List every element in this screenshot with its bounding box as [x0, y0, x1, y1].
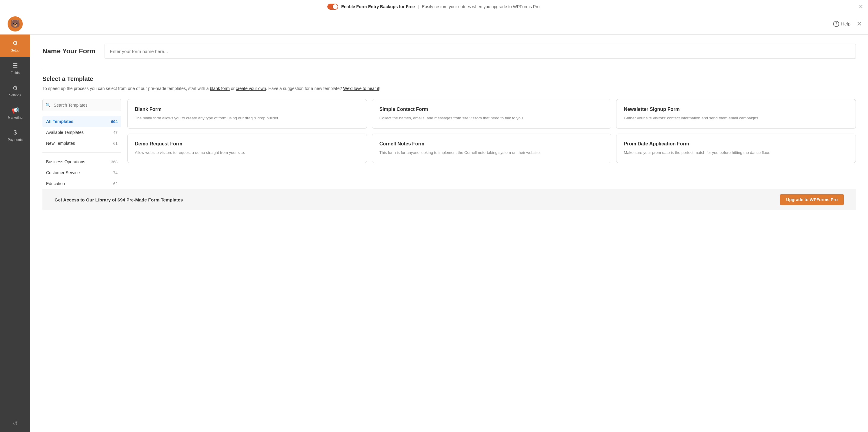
form-name-input[interactable]: [104, 44, 856, 59]
select-template-title: Select a Template: [42, 75, 856, 82]
sidebar-item-payments[interactable]: $ Payments: [0, 124, 30, 146]
template-card-title: Blank Form: [135, 107, 360, 112]
content-area: Name Your Form Select a Template To spee…: [30, 35, 868, 432]
template-card-desc: The blank form allows you to create any …: [135, 115, 360, 121]
sidebar-settings-label: Settings: [9, 93, 21, 97]
template-card-title: Newsletter Signup Form: [624, 107, 848, 112]
upgrade-button[interactable]: Upgrade to WPForms Pro: [780, 194, 844, 205]
category-customer-count: 74: [113, 171, 118, 175]
category-new-count: 61: [113, 141, 118, 146]
bottom-banner-text: Get Access to Our Library of 694 Pre-Mad…: [55, 197, 183, 202]
sidebar-item-fields[interactable]: ☰ Fields: [0, 57, 30, 79]
fields-icon: ☰: [12, 62, 18, 69]
form-name-label: Name Your Form: [42, 47, 95, 55]
help-label: Help: [841, 21, 850, 26]
template-card-blank-form[interactable]: Blank Form The blank form allows you to …: [127, 99, 367, 129]
settings-icon: ⚙: [12, 84, 18, 92]
template-card-title: Cornell Notes Form: [379, 141, 604, 146]
category-education[interactable]: Education 62: [42, 178, 121, 189]
sidebar-payments-label: Payments: [8, 138, 23, 141]
main-layout: ⚙ Setup ☰ Fields ⚙ Settings 📢 Marketing …: [0, 35, 868, 432]
history-icon: ↺: [13, 420, 18, 427]
templates-grid: Blank Form The blank form allows you to …: [127, 99, 856, 163]
category-business-operations[interactable]: Business Operations 368: [42, 156, 121, 167]
category-all-label: All Templates: [46, 119, 73, 124]
category-new-templates[interactable]: New Templates 61: [42, 138, 121, 149]
template-card-desc: Gather your site visitors' contact infor…: [624, 115, 848, 121]
category-group-list: Business Operations 368 Customer Service…: [42, 156, 121, 189]
category-customer-label: Customer Service: [46, 170, 80, 175]
template-card-prom-date[interactable]: Prom Date Application Form Make sure you…: [616, 134, 856, 163]
bottom-banner: Get Access to Our Library of 694 Pre-Mad…: [42, 189, 856, 210]
category-available-templates[interactable]: Available Templates 47: [42, 127, 121, 138]
template-card-title: Simple Contact Form: [379, 107, 604, 112]
category-education-count: 62: [113, 181, 118, 186]
banner-description: Easily restore your entries when you upg…: [422, 4, 541, 9]
setup-icon: ⚙: [12, 39, 18, 47]
template-card-cornell-notes[interactable]: Cornell Notes Form This form is for anyo…: [372, 134, 612, 163]
sidebar-marketing-label: Marketing: [8, 116, 23, 119]
desc-end: !: [379, 86, 380, 91]
sidebar-item-marketing[interactable]: 📢 Marketing: [0, 102, 30, 124]
template-card-desc: Collect the names, emails, and messages …: [379, 115, 604, 121]
sidebar: ⚙ Setup ☰ Fields ⚙ Settings 📢 Marketing …: [0, 35, 30, 432]
category-education-label: Education: [46, 181, 65, 186]
category-all-count: 694: [111, 119, 118, 124]
category-list: All Templates 694 Available Templates 47…: [42, 116, 121, 149]
template-card-desc: Allow website visitors to request a demo…: [135, 149, 360, 156]
sidebar-setup-label: Setup: [11, 48, 20, 52]
sidebar-fields-label: Fields: [10, 71, 20, 74]
help-button[interactable]: ? Help: [833, 21, 850, 27]
search-wrapper: 🔍: [42, 99, 121, 111]
logo: 🐻: [6, 16, 24, 32]
template-card-title: Prom Date Application Form: [624, 141, 848, 146]
category-new-label: New Templates: [46, 141, 75, 146]
payments-icon: $: [13, 129, 17, 136]
form-name-section: Name Your Form: [42, 44, 856, 59]
template-card-simple-contact[interactable]: Simple Contact Form Collect the names, e…: [372, 99, 612, 129]
blank-form-link[interactable]: blank form: [210, 86, 230, 91]
marketing-icon: 📢: [11, 107, 19, 114]
backup-toggle[interactable]: [327, 4, 338, 10]
close-button[interactable]: ✕: [857, 20, 862, 28]
search-templates-input[interactable]: [42, 99, 121, 111]
desc-mid: or: [230, 86, 236, 91]
category-available-count: 47: [113, 130, 118, 135]
banner-divider: |: [417, 4, 419, 9]
top-banner: Enable Form Entry Backups for Free | Eas…: [0, 0, 868, 13]
template-sidebar: 🔍 All Templates 694 Available Templates …: [42, 99, 121, 189]
history-button[interactable]: ↺: [0, 415, 30, 432]
banner-close-button[interactable]: ✕: [859, 4, 863, 9]
desc-suffix: . Have a suggestion for a new template?: [266, 86, 343, 91]
help-circle-icon: ?: [833, 21, 839, 27]
logo-bear-icon: 🐻: [7, 16, 23, 32]
template-card-newsletter-signup[interactable]: Newsletter Signup Form Gather your site …: [616, 99, 856, 129]
sidebar-item-settings[interactable]: ⚙ Settings: [0, 79, 30, 102]
category-business-count: 368: [111, 160, 118, 164]
template-card-title: Demo Request Form: [135, 141, 360, 146]
sidebar-item-setup[interactable]: ⚙ Setup: [0, 35, 30, 57]
sidebar-bottom: ↺: [0, 415, 30, 432]
category-available-label: Available Templates: [46, 130, 84, 135]
feedback-link[interactable]: We'd love to hear it: [343, 86, 379, 91]
template-card-desc: Make sure your prom date is the perfect …: [624, 149, 848, 156]
search-icon: 🔍: [45, 103, 51, 107]
category-all-templates[interactable]: All Templates 694: [42, 116, 121, 127]
select-template-description: To speed up the process you can select f…: [42, 86, 856, 92]
category-customer-service[interactable]: Customer Service 74: [42, 167, 121, 178]
banner-title: Enable Form Entry Backups for Free: [341, 4, 415, 9]
desc-prefix: To speed up the process you can select f…: [42, 86, 210, 91]
template-selector: 🔍 All Templates 694 Available Templates …: [42, 99, 856, 189]
header-bar: 🐻 ? Help ✕: [0, 13, 868, 35]
category-business-label: Business Operations: [46, 159, 85, 164]
create-own-link[interactable]: create your own: [236, 86, 266, 91]
template-card-desc: This form is for anyone looking to imple…: [379, 149, 604, 156]
template-card-demo-request[interactable]: Demo Request Form Allow website visitors…: [127, 134, 367, 163]
header-actions: ? Help ✕: [833, 20, 862, 28]
banner-content: Enable Form Entry Backups for Free | Eas…: [327, 4, 541, 10]
